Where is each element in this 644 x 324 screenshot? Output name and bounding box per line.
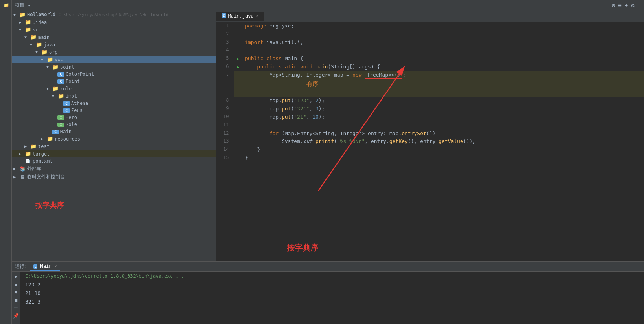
class-c-icon: C (63, 101, 70, 106)
output-area: ▶ ▲ ▼ ■ ☰ 📌 C:\Users\yxcya\.jdks\corrett… (12, 272, 644, 324)
project-tree: ▼ 📁 HelloWorld C:\Users\yxcya\Desktop\备课… (12, 11, 216, 261)
code-line: public static void main(String[] args) { (242, 63, 644, 71)
annotation-container: 按字典序 (287, 243, 318, 253)
tree-label-java: java (44, 42, 55, 48)
line-gutter (234, 105, 242, 113)
tree-item-test[interactable]: ▶ 📁 test (12, 143, 216, 150)
folder-yellow-icon: 📁 (24, 151, 31, 157)
tree-item-pom[interactable]: 📄 pom.xml (12, 157, 216, 165)
toolbar-split-icon[interactable]: ÷ (625, 2, 628, 9)
tree-label-athena: Athena (71, 101, 88, 106)
tree-label-test: test (38, 144, 50, 149)
run-icon[interactable]: ▶ (237, 64, 239, 70)
toolbar-gear-icon[interactable]: ⚙ (631, 2, 634, 9)
tree-item-external-lib[interactable]: ▶ 📚 外部库 (12, 165, 216, 173)
table-row: 15 } (216, 154, 644, 162)
tree-label-point-class: Point (66, 79, 80, 84)
tab-close-icon[interactable]: × (256, 14, 259, 18)
tree-item-role[interactable]: ▼ 📁 role (12, 85, 216, 92)
bottom-tab-label: Main (40, 264, 52, 269)
tree-item-target[interactable]: ▶ 📁 target (12, 150, 216, 157)
folder-icon: 📁 (52, 86, 59, 92)
format-icon[interactable]: ☰ (13, 305, 18, 311)
tree-item-colorpoint[interactable]: C ColorPoint (12, 71, 216, 78)
tree-item-java[interactable]: ▼ 📁 java (12, 41, 216, 48)
tree-arrow (19, 159, 24, 163)
class-c-icon: C (57, 79, 64, 84)
line-number: 1 (216, 22, 234, 30)
line-number: 13 (216, 137, 234, 146)
tab-main-java[interactable]: C Main.java × (216, 12, 264, 21)
bottom-tab-close-icon[interactable]: × (55, 264, 57, 269)
folder-icon: 📁 (30, 143, 37, 149)
tree-item-zeus[interactable]: C Zeus (12, 107, 216, 114)
bottom-tab-main[interactable]: C Main × (30, 263, 60, 271)
tree-arrow: ▼ (13, 13, 19, 17)
tree-item-idea[interactable]: ▶ 📁 .idea (12, 18, 216, 26)
tree-item-tmp-files[interactable]: ▶ 🖥 临时文件和控制台 (12, 173, 216, 181)
tree-item-hero[interactable]: I Hero (12, 114, 216, 121)
tree-arrow (46, 130, 52, 134)
tree-item-resources[interactable]: ▶ 📁 resources (12, 135, 216, 143)
table-row: 1 package org.yxc; (216, 22, 644, 30)
folder-icon: 📁 (30, 34, 37, 40)
tree-item-main-class[interactable]: C Main (12, 128, 216, 135)
line-number: 12 (216, 130, 234, 138)
code-line (242, 46, 644, 55)
code-table: 1 package org.yxc; 2 (216, 22, 644, 162)
folder-icon: 📁 (46, 57, 53, 62)
tree-item-main[interactable]: ▼ 📁 main (12, 33, 216, 41)
folder-icon: 📁 (19, 12, 26, 18)
code-line: for (Map.Entry<String, Integer> entry: m… (242, 130, 644, 138)
tree-arrow: ▶ (13, 175, 19, 179)
tree-item-impl[interactable]: ▼ 📁 impl (12, 92, 216, 100)
tree-label-colorpoint: ColorPoint (66, 71, 94, 77)
top-toolbar: 项目 ▾ ⚙ ≡ ÷ ⚙ — (12, 0, 644, 11)
toolbar-dropdown-icon[interactable]: ▾ (28, 2, 31, 9)
table-row: 11 (216, 121, 644, 130)
tree-item-point[interactable]: ▼ 📁 point (12, 63, 216, 71)
table-row: 12 for (Map.Entry<String, Integer> entry… (216, 130, 644, 138)
tree-item-helloworld[interactable]: ▼ 📁 HelloWorld C:\Users\yxcya\Desktop\备课… (12, 11, 216, 18)
table-row: 13 System.out.printf("%s %d\n", entry.ge… (216, 137, 644, 146)
code-view: 1 package org.yxc; 2 (216, 22, 644, 261)
toolbar-align-icon[interactable]: ≡ (618, 2, 621, 9)
class-c-icon: C (52, 130, 59, 134)
toolbar-minimize-icon[interactable]: — (638, 2, 641, 9)
project-icon[interactable]: 📁 (3, 2, 8, 10)
code-line: } (242, 154, 644, 162)
tree-label-point: point (60, 64, 74, 70)
bottom-tabs: 运行: C Main × (12, 262, 644, 272)
tree-arrow: ▶ (19, 20, 24, 24)
line-number: 4 (216, 46, 234, 55)
pin-icon[interactable]: 📌 (13, 313, 19, 319)
tree-arrow: ▼ (46, 86, 52, 91)
code-line (242, 121, 644, 130)
tree-item-point-class[interactable]: C Point (12, 78, 216, 85)
tree-item-athena[interactable]: C Athena (12, 100, 216, 107)
tree-label-pom: pom.xml (33, 158, 53, 164)
tree-arrow: ▶ (19, 152, 24, 156)
output-line-1: 123 2 (25, 280, 639, 289)
line-gutter (234, 154, 242, 162)
tree-arrow: ▼ (46, 65, 52, 69)
folder-icon: 📁 (57, 93, 64, 99)
tree-item-src[interactable]: ▼ 📁 src (12, 26, 216, 33)
table-row: 5 ▶ public class Main { (216, 55, 644, 63)
tree-label-target: target (33, 151, 50, 157)
line-number: 6 (216, 63, 234, 71)
tree-item-yxc[interactable]: ▼ 📁 yxc (12, 56, 216, 63)
run-icon[interactable]: ▶ (237, 56, 239, 61)
table-row: 2 (216, 30, 644, 38)
scroll-up-icon[interactable]: ▲ (14, 281, 18, 287)
run-ctrl-icon[interactable]: ▶ (14, 273, 18, 280)
stop-icon[interactable]: ■ (14, 297, 18, 303)
line-number: 7 (216, 71, 234, 97)
folder-icon: 📁 (41, 49, 48, 55)
line-gutter (234, 46, 242, 55)
toolbar-settings-icon[interactable]: ⚙ (612, 2, 615, 9)
tree-item-org[interactable]: ▼ 📁 org (12, 48, 216, 56)
tab-label: Main.java (228, 13, 254, 19)
scroll-down-icon[interactable]: ▼ (14, 289, 18, 295)
tree-item-role-class[interactable]: I Role (12, 121, 216, 128)
